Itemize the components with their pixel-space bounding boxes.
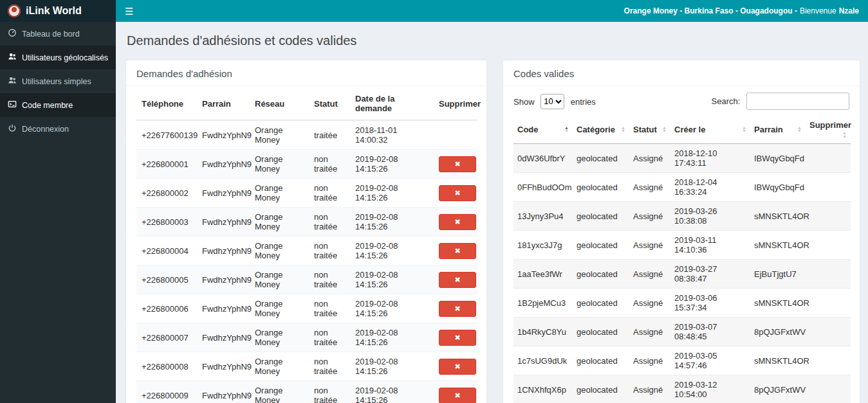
reseau-cell: Orange Money (250, 265, 309, 294)
code-row: 181yxc3J7ggeolocatedAssigné2019-03-11 14… (513, 231, 851, 260)
page-length-select[interactable]: 10 (540, 94, 564, 109)
sidebar: Tableau de bord Utilisateurs géolocalisé… (0, 22, 116, 403)
date-cell: 2019-02-08 14:15:26 (350, 352, 434, 381)
sidebar-item-label: Utilisateurs géolocalisés (22, 53, 108, 62)
creer-le-cell: 2019-03-26 10:38:08 (670, 202, 750, 231)
reseau-cell: Orange Money (250, 294, 309, 323)
code-row: 1b4RkyC8YugeolocatedAssigné2019-03-07 08… (513, 318, 851, 346)
creer-le-cell: 2019-03-11 14:10:36 (670, 231, 750, 260)
statut-cell: non traitée (309, 237, 350, 265)
sort-icon: ▲▼ (662, 126, 667, 133)
statut-cell: Assigné (629, 202, 670, 231)
code-row: 1c7sUG9dUkgeolocatedAssigné2019-03-05 14… (513, 346, 851, 375)
statut-cell: non traitée (309, 265, 350, 294)
categorie-cell: geolocated (573, 231, 629, 260)
reseau-cell: Orange Money (250, 150, 309, 179)
supprimer-cell: ✖ (434, 265, 477, 294)
categorie-cell: geolocated (573, 202, 629, 231)
parrain-cell: FwdhzYphN9 (197, 237, 250, 265)
code-cell: 1B2pjeMCu3 (513, 289, 573, 318)
search-label: Search: (712, 96, 741, 106)
parrain-cell: IBWqyGbqFd (750, 173, 806, 202)
sidebar-item-utilisateurs-geolocalises[interactable]: Utilisateurs géolocalisés (0, 46, 116, 69)
top-navbar: iLink World ☰ Orange Money - Burkina Fas… (0, 0, 868, 22)
reseau-cell: Orange Money (250, 208, 309, 237)
parrain-cell: FwdhzYphN9 (197, 294, 250, 323)
creer-le-cell: 2019-03-05 14:57:46 (670, 346, 750, 375)
date-cell: 2019-02-08 14:15:26 (350, 237, 434, 265)
sidebar-item-deconnexion[interactable]: Déconnexion (0, 117, 116, 141)
code-row: 13Jyny3Pu4geolocatedAssigné2019-03-26 10… (513, 202, 851, 231)
welcome-text: Bienvenue (800, 6, 836, 15)
col-label: Créer le (674, 125, 705, 134)
col-telephone: Téléphone (136, 87, 197, 120)
delete-button[interactable]: ✖ (439, 243, 476, 259)
col-categorie[interactable]: Catégorie▲▼ (573, 115, 629, 144)
adhesion-row: +226800006FwdhzYphN9Orange Moneynon trai… (136, 294, 477, 323)
supprimer-cell: ✖ (434, 208, 477, 237)
sort-icon: ▲▼ (797, 126, 802, 133)
sidebar-item-label: Déconnexion (22, 125, 69, 134)
categorie-cell: geolocated (573, 289, 629, 318)
delete-button[interactable]: ✖ (439, 156, 476, 172)
parrain-cell: FwdhzYphN9 (197, 323, 250, 352)
col-parrain[interactable]: Parrain▲▼ (750, 115, 806, 144)
code-cell: 181yxc3J7g (513, 231, 573, 260)
code-cell: 13Jyny3Pu4 (513, 202, 573, 231)
navbar: ☰ Orange Money - Burkina Faso - Ouagadou… (116, 0, 868, 22)
reseau-cell: Orange Money (250, 120, 309, 150)
supprimer-cell (806, 173, 851, 202)
user-name: Nzale (839, 6, 859, 15)
delete-button[interactable]: ✖ (439, 214, 476, 230)
code-cell: 1b4RkyC8Yu (513, 318, 573, 346)
code-cell: 1CNXhfqX6p (513, 375, 573, 403)
adhesion-row: +226800008FwdhzYphN9Orange Moneynon trai… (136, 352, 477, 381)
member-code-icon (8, 100, 17, 111)
delete-button[interactable]: ✖ (439, 359, 476, 375)
search-input[interactable] (746, 93, 849, 110)
sort-icon: ▲▼ (621, 126, 625, 133)
telephone-cell: +226800003 (136, 208, 197, 237)
delete-button[interactable]: ✖ (439, 330, 476, 346)
parrain-cell: EjBuTjgtU7 (750, 260, 806, 289)
col-supprimer[interactable]: Supprimer▲▼ (806, 115, 851, 144)
codes-panel-title: Codes valides (503, 60, 860, 86)
supprimer-cell (806, 260, 851, 289)
supprimer-cell: ✖ (434, 381, 477, 403)
delete-button[interactable]: ✖ (439, 185, 476, 201)
code-row: 1aaTee3fWrgeolocatedAssigné2019-03-27 08… (513, 260, 851, 289)
supprimer-cell (434, 120, 477, 150)
delete-button[interactable]: ✖ (439, 272, 476, 288)
statut-cell: non traitée (309, 179, 350, 208)
col-statut: Statut (309, 87, 350, 120)
search-control: Search: (712, 93, 849, 110)
supprimer-cell (806, 318, 851, 346)
supprimer-cell (806, 231, 851, 260)
sidebar-item-label: Code membre (22, 101, 73, 110)
user-context: Orange Money - Burkina Faso - Ouagadougo… (624, 6, 859, 15)
sidebar-toggle-button[interactable]: ☰ (125, 6, 133, 16)
sidebar-item-tableau-de-bord[interactable]: Tableau de bord (0, 22, 116, 46)
categorie-cell: geolocated (573, 173, 629, 202)
date-cell: 2019-02-08 14:15:26 (350, 294, 434, 323)
sidebar-item-code-membre[interactable]: Code membre (0, 93, 116, 117)
adhesion-row: +226800007FwdhzYphN9Orange Moneynon trai… (136, 323, 477, 352)
supprimer-cell: ✖ (434, 323, 477, 352)
parrain-cell: sMNSKTL4OR (750, 289, 806, 318)
delete-button[interactable]: ✖ (439, 388, 476, 403)
telephone-cell: +226800009 (136, 381, 197, 403)
col-parrain: Parrain (197, 87, 250, 120)
reseau-cell: Orange Money (250, 352, 309, 381)
col-statut[interactable]: Statut▲▼ (629, 115, 670, 144)
col-code[interactable]: Code▲▼ (513, 115, 573, 144)
adhesion-row: +226800001FwdhzYphN9Orange Moneynon trai… (136, 150, 477, 179)
brand-link[interactable]: iLink World (0, 0, 116, 22)
delete-button[interactable]: ✖ (439, 301, 476, 317)
date-cell: 2019-02-08 14:15:26 (350, 208, 434, 237)
adhesion-row: +22677600139FwdhzYphN9Orange Moneytraité… (136, 120, 477, 150)
statut-cell: Assigné (629, 260, 670, 289)
col-creer-le[interactable]: Créer le▲▼ (670, 115, 750, 144)
sidebar-item-utilisateurs-simples[interactable]: Utilisateurs simples (0, 69, 116, 93)
reseau-cell: Orange Money (250, 323, 309, 352)
reseau-cell: Orange Money (250, 381, 309, 403)
